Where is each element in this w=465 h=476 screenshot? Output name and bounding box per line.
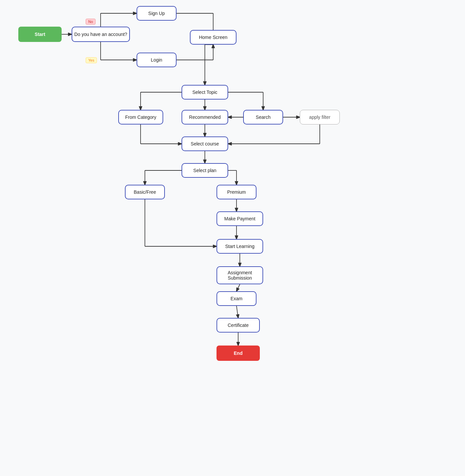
- node-makepayment: Make Payment: [217, 211, 263, 226]
- node-start: Start: [18, 27, 62, 42]
- node-search: Search: [243, 110, 283, 124]
- label-yes: Yes: [86, 57, 97, 63]
- arrows-svg: [0, 0, 465, 476]
- node-selectplan: Select plan: [182, 163, 228, 178]
- node-premium: Premium: [217, 185, 256, 199]
- node-account: Do you have an account?: [72, 27, 130, 42]
- node-end: End: [217, 346, 260, 361]
- node-certificate: Certificate: [217, 318, 260, 333]
- node-exam: Exam: [217, 291, 256, 306]
- node-applyfilter: apply filter: [300, 110, 340, 124]
- svg-line-34: [236, 284, 240, 291]
- node-fromcategory: From Category: [118, 110, 163, 124]
- node-basicfree: Basic/Free: [125, 185, 165, 199]
- node-login: Login: [137, 53, 177, 67]
- node-signup: Sign Up: [137, 6, 177, 21]
- node-startlearning: Start Learning: [217, 239, 263, 254]
- node-selecttopic: Select Topic: [182, 85, 228, 100]
- node-recommended: Recommended: [182, 110, 228, 124]
- node-selectcourse: Select course: [182, 136, 228, 151]
- node-homescreen: Home Screen: [190, 30, 236, 45]
- flowchart: StartDo you have an account?Sign UpHome …: [0, 0, 465, 476]
- node-assignment: Assignment Submission: [217, 266, 263, 284]
- svg-line-35: [236, 306, 238, 318]
- label-no: No: [86, 19, 96, 25]
